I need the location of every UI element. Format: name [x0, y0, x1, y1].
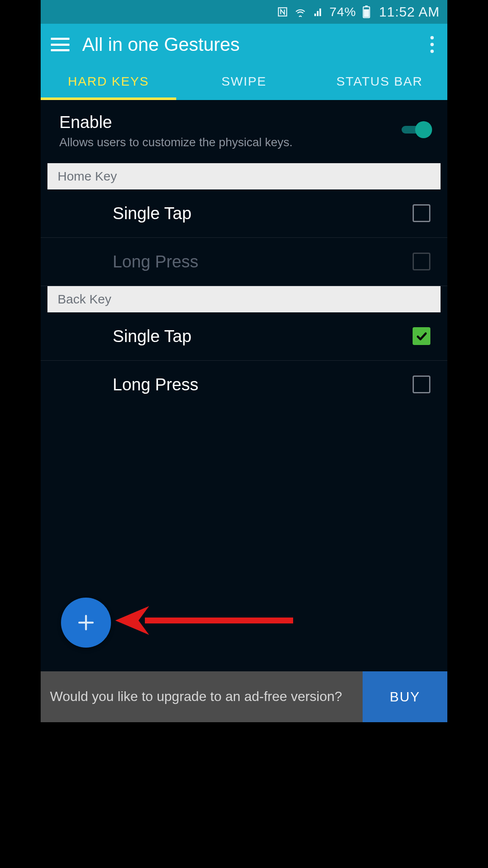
buy-button[interactable]: BUY [363, 671, 447, 722]
menu-icon[interactable] [51, 38, 69, 51]
back-single-tap-row[interactable]: Single Tap [41, 312, 447, 361]
status-bar: 74% 11:52 AM [41, 0, 447, 24]
tab-status-bar[interactable]: STATUS BAR [312, 63, 447, 100]
section-header-back-key: Back Key [47, 286, 441, 312]
svg-rect-2 [365, 6, 368, 7]
row-label: Single Tap [113, 204, 413, 223]
row-label: Long Press [113, 375, 413, 394]
signal-icon [313, 7, 324, 17]
back-long-press-checkbox[interactable] [413, 376, 430, 393]
enable-subtitle: Allows users to customize the physical k… [59, 134, 391, 150]
tab-bar: HARD KEYS SWIPE STATUS BAR [41, 63, 447, 100]
battery-percent: 74% [330, 5, 356, 19]
enable-title: Enable [59, 113, 391, 132]
upgrade-bar: Would you like to upgrade to an ad-free … [41, 671, 447, 722]
clock: 11:52 AM [379, 4, 440, 20]
tab-swipe[interactable]: SWIPE [176, 63, 312, 100]
enable-toggle[interactable] [402, 121, 432, 138]
back-single-tap-checkbox[interactable] [413, 327, 430, 345]
plus-icon [76, 612, 96, 633]
app-bar: All in one Gestures [41, 24, 447, 63]
upgrade-message: Would you like to upgrade to an ad-free … [41, 671, 363, 722]
add-fab[interactable] [61, 598, 111, 648]
nfc-icon [277, 6, 288, 17]
enable-setting[interactable]: Enable Allows users to customize the phy… [41, 100, 447, 163]
section-header-home-key: Home Key [47, 163, 441, 189]
home-single-tap-checkbox[interactable] [413, 204, 430, 222]
home-single-tap-row[interactable]: Single Tap [41, 189, 447, 238]
back-long-press-row[interactable]: Long Press [41, 361, 447, 409]
row-label: Long Press [113, 252, 413, 271]
battery-icon [362, 6, 371, 18]
tab-hard-keys[interactable]: HARD KEYS [41, 63, 176, 100]
wifi-icon [294, 7, 307, 17]
home-long-press-row: Long Press [41, 238, 447, 286]
home-long-press-checkbox [413, 253, 430, 270]
overflow-icon[interactable] [425, 36, 439, 53]
svg-rect-3 [364, 9, 369, 17]
app-title: All in one Gestures [82, 34, 413, 55]
row-label: Single Tap [113, 327, 413, 346]
